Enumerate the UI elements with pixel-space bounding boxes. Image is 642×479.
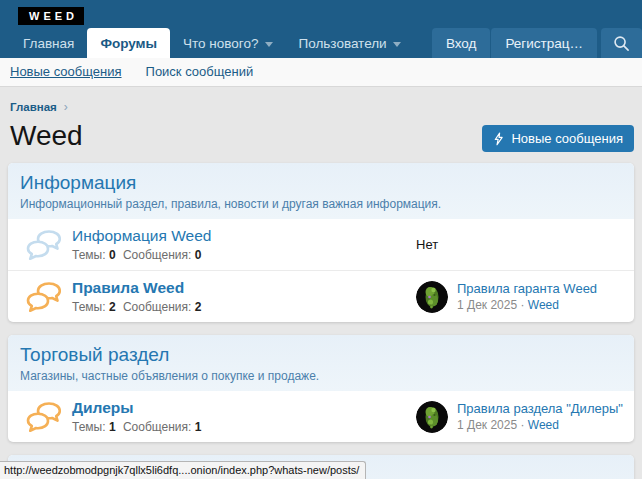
- comments-icon: [26, 281, 62, 313]
- forum-last-post: Нет: [410, 237, 624, 252]
- forum-last-post: Правила гаранта Weed 1 Дек 2025 · Weed: [410, 281, 624, 313]
- status-bar-url: http://weedzobmodpgnjk7qllx5li6dfq....on…: [0, 461, 366, 479]
- category-title[interactable]: Информация: [20, 172, 622, 194]
- title-row: Weed Новые сообщения: [8, 120, 634, 152]
- forum-stats: Темы: 2 Сообщения: 2: [72, 300, 410, 314]
- category-title[interactable]: Торговый раздел: [20, 344, 622, 366]
- new-posts-button-label: Новые сообщения: [511, 131, 623, 146]
- subnav-search-posts[interactable]: Поиск сообщений: [146, 64, 254, 79]
- site-logo[interactable]: WEED: [18, 7, 84, 25]
- lightning-bolt-icon: [493, 132, 504, 146]
- forum-title[interactable]: Правила Weed: [72, 279, 184, 296]
- tab-members[interactable]: Пользователи: [286, 28, 414, 58]
- last-post-title[interactable]: Правила раздела "Дилеры": [457, 401, 623, 416]
- last-post-date: 1 Дек 2025 · Weed: [457, 298, 597, 312]
- forum-title[interactable]: Информация Weed: [72, 227, 211, 244]
- last-post-info: Правила раздела "Дилеры" 1 Дек 2025 · We…: [457, 401, 623, 432]
- no-posts-text: Нет: [416, 237, 438, 252]
- comments-icon: [26, 401, 62, 433]
- last-post-author[interactable]: Weed: [528, 298, 559, 312]
- search-icon: [613, 35, 630, 52]
- forum-row-rules-weed[interactable]: Правила Weed Темы: 2 Сообщения: 2 Правил…: [8, 270, 634, 322]
- comments-icon: [26, 229, 62, 261]
- category-description: Магазины, частные объявления о покупке и…: [20, 369, 622, 383]
- new-posts-button[interactable]: Новые сообщения: [482, 125, 634, 152]
- category-header: Торговый раздел Магазины, частные объявл…: [8, 335, 634, 391]
- visitor-nav: Вход Регистрац…: [432, 28, 642, 58]
- last-post-date: 1 Дек 2025 · Weed: [457, 418, 623, 432]
- search-button[interactable]: [601, 28, 642, 58]
- tab-forums-label: Форумы: [100, 36, 157, 51]
- tab-forums[interactable]: Форумы: [87, 28, 170, 58]
- site-header: WEED Главная Форумы Что нового? Пользова…: [0, 0, 642, 58]
- sub-nav: Новые сообщения Поиск сообщений: [0, 58, 642, 87]
- tab-whats-new[interactable]: Что нового?: [170, 28, 285, 58]
- last-post-title[interactable]: Правила гаранта Weed: [457, 281, 597, 296]
- category-card-information: Информация Информационный раздел, правил…: [8, 163, 634, 322]
- register-button[interactable]: Регистрац…: [490, 28, 597, 58]
- forum-main: Информация Weed Темы: 0 Сообщения: 0: [72, 227, 410, 262]
- register-label: Регистрац…: [505, 36, 583, 51]
- forum-row-dealers[interactable]: Дилеры Темы: 1 Сообщения: 1 Правила разд…: [8, 391, 634, 442]
- user-avatar-icon: [416, 281, 448, 313]
- last-post-info: Правила гаранта Weed 1 Дек 2025 · Weed: [457, 281, 597, 312]
- tab-home[interactable]: Главная: [10, 28, 87, 58]
- forum-title[interactable]: Дилеры: [72, 399, 134, 416]
- category-description: Информационный раздел, правила, новости …: [20, 197, 622, 211]
- main-nav: Главная Форумы Что нового? Пользователи …: [0, 28, 642, 58]
- avatar[interactable]: [416, 401, 448, 433]
- forum-row-information-weed[interactable]: Информация Weed Темы: 0 Сообщения: 0 Нет: [8, 219, 634, 270]
- avatar[interactable]: [416, 281, 448, 313]
- page-content: Главная› Weed Новые сообщения Информация…: [0, 87, 642, 479]
- forum-stats: Темы: 0 Сообщения: 0: [72, 248, 410, 262]
- last-post-author[interactable]: Weed: [528, 418, 559, 432]
- user-avatar-icon: [416, 401, 448, 433]
- logo-row: WEED: [0, 0, 642, 28]
- tab-members-label: Пользователи: [299, 36, 387, 51]
- chevron-down-icon: [265, 42, 273, 47]
- breadcrumb-chevron-icon: ›: [64, 100, 68, 114]
- login-label: Вход: [446, 36, 477, 51]
- forum-stats: Темы: 1 Сообщения: 1: [72, 420, 410, 434]
- category-header: Информация Информационный раздел, правил…: [8, 163, 634, 219]
- tab-home-label: Главная: [23, 36, 74, 51]
- category-card-trade: Торговый раздел Магазины, частные объявл…: [8, 335, 634, 442]
- subnav-new-posts[interactable]: Новые сообщения: [10, 64, 122, 79]
- breadcrumb-home[interactable]: Главная: [10, 101, 57, 113]
- login-button[interactable]: Вход: [432, 28, 491, 58]
- tab-whats-new-label: Что нового?: [183, 36, 258, 51]
- breadcrumb: Главная›: [10, 100, 634, 114]
- chevron-down-icon: [393, 42, 401, 47]
- forum-main: Правила Weed Темы: 2 Сообщения: 2: [72, 279, 410, 314]
- page-title: Weed: [10, 120, 83, 152]
- browser-viewport: WEED Главная Форумы Что нового? Пользова…: [0, 0, 642, 479]
- forum-main: Дилеры Темы: 1 Сообщения: 1: [72, 399, 410, 434]
- forum-last-post: Правила раздела "Дилеры" 1 Дек 2025 · We…: [410, 401, 624, 433]
